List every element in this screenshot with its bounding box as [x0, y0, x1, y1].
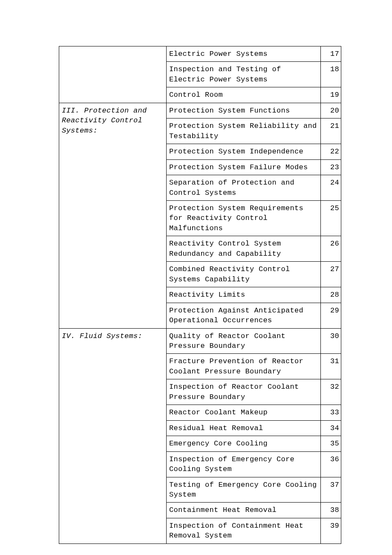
section-cell: IV. Fluid Systems:: [59, 328, 167, 543]
number-cell: 21: [321, 119, 341, 144]
number-cell: 33: [321, 405, 341, 420]
item-cell: Electric Power Systems: [167, 46, 321, 62]
number-cell: 22: [321, 144, 341, 159]
item-cell: Emergency Core Cooling: [167, 436, 321, 451]
item-cell: Fracture Prevention of Reactor Coolant P…: [167, 354, 321, 379]
item-cell: Inspection and Testing of Electric Power…: [167, 62, 321, 87]
item-cell: Reactivity Limits: [167, 287, 321, 303]
number-cell: 37: [321, 477, 341, 503]
number-cell: 31: [321, 354, 341, 379]
number-cell: 34: [321, 420, 341, 436]
item-cell: Separation of Protection and Control Sys…: [167, 175, 321, 201]
number-cell: 35: [321, 436, 341, 451]
item-cell: Inspection of Containment Heat Removal S…: [167, 518, 321, 543]
item-cell: Protection System Failure Modes: [167, 159, 321, 175]
section-cell: [59, 46, 167, 103]
item-cell: Protection System Requirements for React…: [167, 200, 321, 236]
table-row: Electric Power Systems17: [59, 46, 341, 62]
item-cell: Protection System Functions: [167, 103, 321, 118]
number-cell: 30: [321, 328, 341, 354]
number-cell: 26: [321, 236, 341, 262]
number-cell: 24: [321, 175, 341, 201]
item-cell: Reactor Coolant Makeup: [167, 405, 321, 420]
number-cell: 25: [321, 200, 341, 236]
number-cell: 39: [321, 518, 341, 543]
item-cell: Protection System Independence: [167, 144, 321, 159]
document-page: Electric Power Systems17Inspection and T…: [0, 0, 392, 555]
number-cell: 29: [321, 303, 341, 328]
item-cell: Containment Heat Removal: [167, 503, 321, 518]
item-cell: Residual Heat Removal: [167, 420, 321, 436]
number-cell: 28: [321, 287, 341, 303]
item-cell: Testing of Emergency Core Cooling System: [167, 477, 321, 503]
number-cell: 18: [321, 62, 341, 87]
number-cell: 38: [321, 503, 341, 518]
number-cell: 27: [321, 262, 341, 287]
item-cell: Inspection of Emergency Core Cooling Sys…: [167, 451, 321, 477]
item-cell: Protection System Reliability and Testab…: [167, 119, 321, 144]
section-cell: III. Protection and Reactivity Control S…: [59, 103, 167, 328]
table-row: IV. Fluid Systems:Quality of Reactor Coo…: [59, 328, 341, 354]
number-cell: 20: [321, 103, 341, 118]
number-cell: 23: [321, 159, 341, 175]
item-cell: Protection Against Anticipated Operation…: [167, 303, 321, 328]
number-cell: 36: [321, 451, 341, 477]
item-cell: Reactivity Control System Redundancy and…: [167, 236, 321, 262]
item-cell: Control Room: [167, 87, 321, 103]
item-cell: Quality of Reactor Coolant Pressure Boun…: [167, 328, 321, 354]
item-cell: Combined Reactivity Control Systems Capa…: [167, 262, 321, 287]
content-table: Electric Power Systems17Inspection and T…: [59, 46, 341, 544]
number-cell: 17: [321, 46, 341, 62]
item-cell: Inspection of Reactor Coolant Pressure B…: [167, 379, 321, 405]
number-cell: 19: [321, 87, 341, 103]
table-row: III. Protection and Reactivity Control S…: [59, 103, 341, 118]
number-cell: 32: [321, 379, 341, 405]
